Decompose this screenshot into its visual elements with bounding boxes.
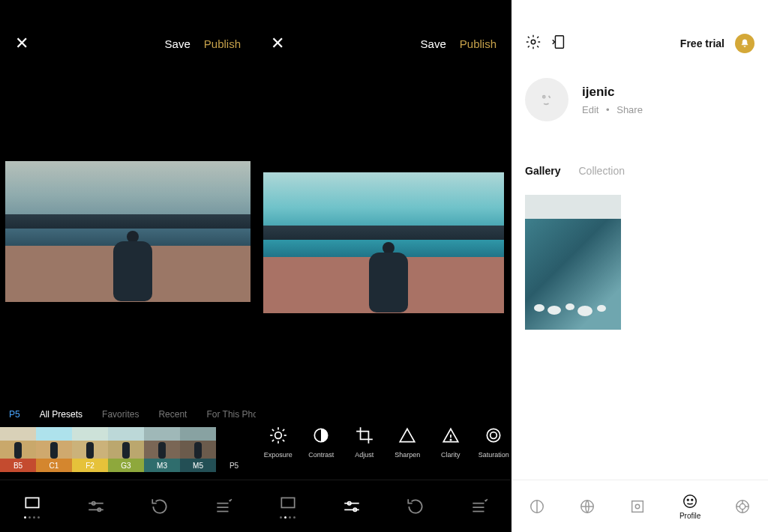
profile-info: ijenic Edit • Share [582,85,643,115]
topbar-left-icons [525,34,567,53]
nav-sliders-icon[interactable] [86,497,106,516]
preset-thumb-g3[interactable]: G3 [108,427,144,472]
svg-rect-0 [26,498,38,507]
nav-history-icon[interactable] [150,497,170,516]
preset-thumb-m5[interactable]: M5 [180,427,216,472]
svg-line-16 [283,429,284,431]
nav-recipes-icon[interactable] [214,497,233,516]
editor-panel-tools: ✕ Save Publish ExposureContrastAdjustSha… [256,0,512,532]
save-button[interactable]: Save [165,37,190,50]
topbar-actions: Save Publish [421,37,496,50]
nav-history-icon[interactable] [406,497,425,516]
preset-filmstrip: B5C1F2G3M3M5P5 [0,427,252,472]
tool-exposure[interactable]: Exposure [260,426,296,459]
save-button[interactable]: Save [421,37,446,50]
editor-panel-presets: ✕ Save Publish P5 All Presets Favorites … [0,0,256,532]
preset-thumb-f2[interactable]: F2 [72,427,108,472]
svg-point-42 [740,504,746,509]
nav-profile-icon[interactable]: Profile [680,493,700,520]
gear-icon[interactable] [525,34,542,53]
preset-category-tabs: P5 All Presets Favorites Recent For This… [0,404,256,425]
preset-thumb-p5[interactable]: P5 [216,427,252,472]
tool-clarity[interactable]: Clarity [433,426,469,459]
svg-point-21 [490,432,497,439]
svg-point-8 [274,432,281,439]
add-to-device-icon[interactable] [550,34,567,53]
preset-thumb-m3[interactable]: M3 [144,427,180,472]
nav-presets-icon[interactable] [22,494,42,519]
svg-point-19 [450,439,451,440]
photo-preview[interactable] [263,172,504,313]
bottom-nav [0,480,256,532]
svg-rect-22 [281,498,294,507]
tool-adjust[interactable]: Adjust [346,426,382,459]
close-icon[interactable]: ✕ [271,34,284,53]
profile-bottom-nav: Profile [512,480,768,532]
topbar: ✕ Save Publish [0,28,256,58]
bottom-nav [256,480,512,532]
publish-button[interactable]: Publish [204,37,241,50]
nav-presets-icon[interactable] [278,494,298,519]
photo-preview[interactable] [5,161,250,302]
separator: • [606,104,610,115]
svg-point-38 [684,495,697,507]
nav-recipes-icon[interactable] [470,497,489,516]
svg-rect-31 [555,36,563,49]
notifications-icon[interactable] [735,34,754,53]
preset-tab-current[interactable]: P5 [9,409,20,420]
nav-profile-label: Profile [680,512,700,520]
username: ijenic [582,85,643,100]
svg-line-13 [272,429,274,431]
nav-feed-icon[interactable] [529,498,545,515]
tool-sharpen[interactable]: Sharpen [390,426,426,459]
preset-tab-all[interactable]: All Presets [40,409,82,420]
topbar-actions: Save Publish [165,37,241,50]
nav-discover-icon[interactable] [579,498,596,515]
svg-point-37 [635,504,640,509]
svg-point-30 [531,40,536,44]
svg-rect-36 [632,501,643,512]
avatar[interactable] [525,78,568,121]
adjust-tools-strip: ExposureContrastAdjustSharpenClaritySatu… [256,412,512,472]
topbar-right: Free trial [680,34,754,53]
svg-line-15 [272,440,274,441]
publish-button[interactable]: Publish [460,37,496,50]
nav-sliders-icon[interactable] [342,497,362,516]
profile-header: ijenic Edit • Share [525,78,643,121]
topbar: ✕ Save Publish [256,28,512,58]
preset-tab-forthis[interactable]: For This Photo [206,409,256,420]
profile-actions: Edit • Share [582,104,643,115]
profile-topbar: Free trial [512,28,768,58]
edit-profile-link[interactable]: Edit [582,104,598,115]
svg-line-14 [283,440,284,441]
preset-tab-recent[interactable]: Recent [158,409,187,420]
profile-panel: Free trial ijenic Edit • Share Gallery C… [512,0,768,532]
profile-tabs: Gallery Collection [525,165,625,177]
free-trial-button[interactable]: Free trial [680,37,724,49]
tab-gallery[interactable]: Gallery [525,165,560,177]
svg-point-40 [692,499,693,501]
svg-point-39 [687,499,688,501]
nav-spaces-icon[interactable] [734,498,751,515]
preset-thumb-c1[interactable]: C1 [36,427,72,472]
preset-thumb-b5[interactable]: B5 [0,427,36,472]
svg-point-20 [488,429,500,441]
preset-tab-favorites[interactable]: Favorites [102,409,139,420]
svg-point-32 [543,96,545,98]
tab-collection[interactable]: Collection [578,165,624,177]
gallery-thumbnail[interactable] [525,195,621,330]
nav-studio-icon[interactable] [629,498,646,515]
tool-contrast[interactable]: Contrast [304,426,340,459]
share-profile-link[interactable]: Share [616,104,643,115]
tool-saturation[interactable]: Saturation [476,426,512,459]
close-icon[interactable]: ✕ [15,34,28,53]
